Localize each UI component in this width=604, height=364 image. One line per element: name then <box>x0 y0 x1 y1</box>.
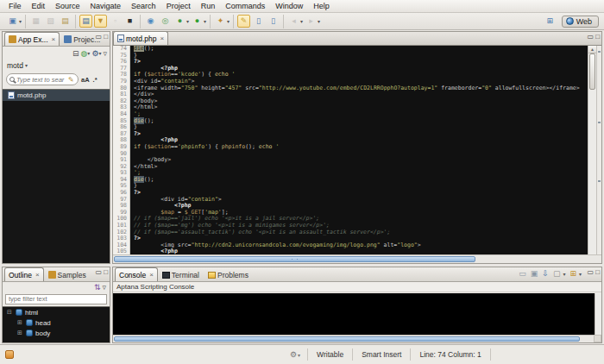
display-console-icon[interactable]: ▢ <box>553 269 561 278</box>
console-tab-label: Terminal <box>172 271 199 279</box>
dropdown-icon[interactable]: ▾ <box>19 18 22 24</box>
dropdown-icon[interactable]: ▾ <box>300 18 303 24</box>
preview-browser-icon[interactable]: ◉ <box>144 15 157 28</box>
collapse-node-icon[interactable]: ⊟ <box>6 309 13 316</box>
dropdown-icon[interactable]: ▾ <box>563 271 565 277</box>
sync-icon[interactable]: ◍ <box>81 49 88 58</box>
close-icon[interactable]: × <box>149 271 154 279</box>
menu-edit[interactable]: Edit <box>27 1 51 11</box>
tree-node-body[interactable]: ⊞body <box>3 328 110 338</box>
close-icon[interactable]: × <box>35 271 40 279</box>
minimize-icon[interactable]: ▭ <box>96 269 103 276</box>
format-icon[interactable]: ✎ <box>237 15 250 28</box>
tree-node-html[interactable]: ⊟html <box>3 307 110 317</box>
view-menu-icon[interactable]: ▿ <box>103 49 107 58</box>
dropdown-icon[interactable]: ▾ <box>204 18 206 24</box>
menu-navigate[interactable]: Navigate <box>85 1 127 11</box>
maximize-icon[interactable]: □ <box>595 34 600 41</box>
minimize-icon[interactable]: ▭ <box>588 34 595 41</box>
editor-horizontal-scrollbar[interactable] <box>113 254 601 263</box>
open-console-icon[interactable]: ⊞ <box>569 269 576 278</box>
outline-panel: Outline×Samples▭□ ⇅▿ ⊟html⊞head⊞body <box>2 267 110 343</box>
outdent-block-icon[interactable]: ▯ <box>267 15 280 28</box>
sort-icon[interactable]: ⇅ <box>94 283 101 292</box>
tree-node-head[interactable]: ⊞head <box>3 317 110 328</box>
console-output[interactable] <box>113 293 601 335</box>
code-area[interactable]: die();}?> <?phpif ($action=='kcode') { e… <box>130 46 588 254</box>
search-box[interactable]: ✎ <box>6 73 79 85</box>
regex-button[interactable]: .* <box>92 76 98 84</box>
menu-window[interactable]: Window <box>270 1 308 11</box>
maximize-icon[interactable]: □ <box>595 269 600 276</box>
pin-console-icon[interactable]: ▣ <box>531 269 538 278</box>
code-line: <?php <box>134 248 588 254</box>
console-scroll-thumb[interactable] <box>114 336 580 342</box>
fast-view-icon[interactable] <box>5 350 14 359</box>
minimize-icon[interactable]: ▭ <box>588 269 595 276</box>
dropdown-icon[interactable]: ▾ <box>227 18 230 24</box>
new-wizard-icon[interactable]: ▣ <box>6 15 19 28</box>
project-selector[interactable]: motd ▾ <box>3 60 110 71</box>
code-line: // if ($map=='assault_tactik') echo '<p>… <box>134 229 588 236</box>
dropdown-icon[interactable]: ▾ <box>98 50 101 56</box>
outline-tab-outline[interactable]: Outline× <box>4 267 44 281</box>
maximize-icon[interactable]: □ <box>104 269 108 276</box>
external-browser-icon[interactable]: ◎ <box>159 15 172 28</box>
console-tab-console[interactable]: Console× <box>115 267 158 281</box>
web-perspective-button[interactable]: Web <box>562 16 599 28</box>
editor-vertical-scrollbar[interactable]: ▲ <box>588 46 596 254</box>
open-perspective-icon[interactable]: ⊞ <box>544 15 557 28</box>
outline-filter-row <box>3 292 110 305</box>
collapse-all-icon[interactable]: ⊟ <box>72 49 79 58</box>
debug-icon[interactable]: ● <box>173 15 186 28</box>
wand-icon[interactable]: ✦ <box>214 15 227 28</box>
menu-source[interactable]: Source <box>50 1 85 11</box>
console-horizontal-scrollbar[interactable] <box>113 335 594 342</box>
expand-node-icon[interactable]: ⊞ <box>16 329 23 336</box>
indent-block-icon[interactable]: ▯ <box>252 15 265 28</box>
scroll-lock-icon[interactable]: ⇩ <box>542 269 549 278</box>
console-vertical-scrollbar[interactable] <box>595 293 601 335</box>
commands-gear-icon[interactable]: ⚙ <box>91 49 98 58</box>
search-input[interactable] <box>16 76 66 84</box>
dropdown-icon[interactable]: ▾ <box>579 271 582 277</box>
editor-tab-motd-php[interactable]: motd.php × <box>113 31 168 45</box>
clear-console-icon[interactable]: ▭ <box>519 269 526 278</box>
run-icon[interactable]: ● <box>191 15 204 28</box>
menu-file[interactable]: File <box>3 1 27 11</box>
outline-tree[interactable]: ⊟html⊞head⊞body <box>3 306 110 342</box>
outline-tab-samples[interactable]: Samples <box>44 267 91 281</box>
match-case-button[interactable]: aA <box>80 76 91 84</box>
file-list[interactable]: motd.php <box>3 89 110 263</box>
menu-help[interactable]: Help <box>308 1 335 11</box>
file-row-motd-php[interactable]: motd.php <box>3 90 110 101</box>
minimize-icon[interactable]: ▭ <box>96 34 103 41</box>
statusbar-gear-icon[interactable]: ⚙▾ <box>290 348 308 361</box>
horizontal-scroll-thumb[interactable] <box>114 256 475 262</box>
print-icon[interactable]: ▤ <box>59 15 72 28</box>
tile-editors-icon: ▫ <box>109 15 122 28</box>
console-tab-problems[interactable]: Problems <box>204 267 253 281</box>
close-icon[interactable]: × <box>160 35 164 42</box>
show-hierarchy-icon[interactable]: ▼ <box>94 15 107 28</box>
dropdown-icon[interactable]: ▾ <box>87 50 90 56</box>
sidebar-tab-appex[interactable]: App Ex...× <box>4 32 60 46</box>
menu-commands[interactable]: Commands <box>220 1 270 11</box>
dropdown-icon[interactable]: ▾ <box>186 18 189 24</box>
expand-node-icon[interactable]: ⊞ <box>16 319 23 326</box>
sidebar-tab-icon <box>9 35 16 43</box>
menu-run[interactable]: Run <box>196 1 221 11</box>
console-tab-terminal[interactable]: Terminal <box>158 267 204 281</box>
filter-input[interactable] <box>5 294 107 304</box>
close-icon[interactable]: × <box>52 35 56 43</box>
vertical-scroll-thumb[interactable] <box>589 53 595 90</box>
view-menu-icon[interactable]: ▿ <box>102 283 106 292</box>
menu-search[interactable]: Search <box>126 1 161 11</box>
menu-project[interactable]: Project <box>161 1 196 11</box>
scroll-up-arrow[interactable]: ▲ <box>588 46 596 53</box>
maximize-icon[interactable]: □ <box>104 34 108 41</box>
terminal-icon[interactable]: ■ <box>123 15 136 28</box>
toolbar-group: ✦▾ <box>211 15 234 28</box>
dropdown-icon[interactable]: ▾ <box>318 18 320 24</box>
link-with-editor-icon[interactable]: ▤ <box>79 15 92 28</box>
